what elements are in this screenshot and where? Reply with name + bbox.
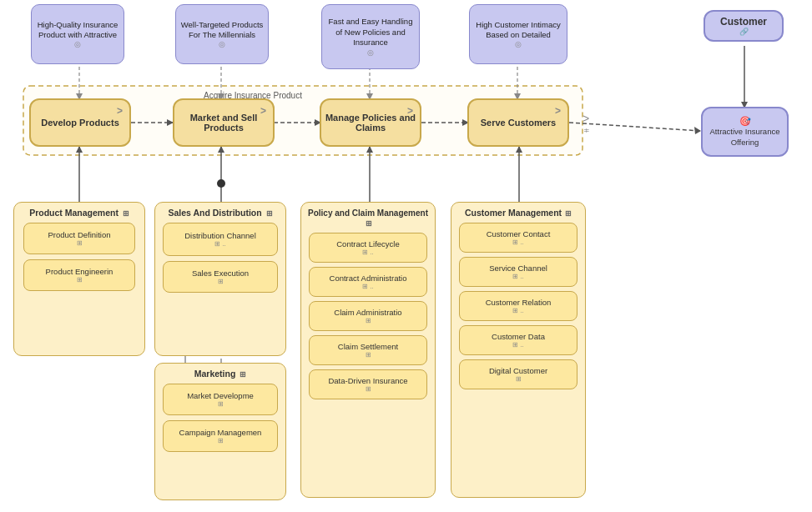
db-icon-item-10: ⊞ [366, 351, 371, 359]
svg-text:⧧: ⧧ [583, 126, 591, 135]
domain-customer-management-label: Customer Management ⊞ [456, 208, 580, 218]
item-market-development-label: Market Developme [187, 391, 254, 400]
db-icon-item-9: ⊞ [366, 317, 371, 324]
db-icon-5: ⊞ [565, 209, 572, 218]
db-icon-item-14: ⊞ .. [512, 307, 524, 314]
item-product-engineering-label: Product Engineerin [46, 267, 113, 276]
item-product-engineering[interactable]: Product Engineerin ⊞ [23, 259, 135, 291]
item-contract-lifecycle-label: Contract Lifecycle [336, 239, 400, 248]
cap-box-3: Fast and Easy Handling of New Policies a… [321, 4, 420, 69]
process-develop-label: Develop Products [41, 118, 119, 128]
customer-box: Customer 🔗 [704, 10, 784, 42]
item-digital-customer[interactable]: Digital Customer ⊞ [459, 359, 577, 389]
db-icon-item-11: ⊞ [366, 385, 371, 393]
db-icon-1: ⊞ [123, 209, 129, 218]
db-icon-2: ⊞ [266, 209, 273, 218]
process-develop[interactable]: Develop Products > [29, 98, 131, 147]
customer-label: Customer [720, 16, 767, 28]
db-icon-3: ⊞ [240, 370, 246, 379]
item-claim-settlement[interactable]: Claim Settlement ⊞ [309, 335, 427, 365]
domain-product-management-label: Product Management ⊞ [19, 208, 139, 218]
domain-sales-distribution: Sales And Distribution ⊞ Distribution Ch… [154, 202, 286, 356]
domain-marketing-label: Marketing ⊞ [160, 369, 280, 379]
db-icon-item-5: ⊞ [218, 400, 224, 408]
item-data-driven-label: Data-Driven Insurance [328, 376, 407, 385]
item-campaign-management[interactable]: Campaign Managemen ⊞ [163, 420, 278, 452]
cap-box-1-label: High-Quality Insurance Product with Attr… [35, 20, 120, 41]
cap-box-4-icon: ◎ [515, 40, 522, 48]
item-customer-data[interactable]: Customer Data ⊞ .. [459, 325, 577, 355]
domain-marketing: Marketing ⊞ Market Developme ⊞ Campaign … [154, 363, 286, 500]
domain-policy-claim: Policy and Claim Management ⊞ Contract L… [300, 202, 436, 498]
attractive-label: Attractive Insurance Offering [703, 127, 787, 148]
item-customer-contact-label: Customer Contact [487, 229, 551, 238]
svg-marker-19 [694, 127, 701, 134]
cap-box-2: Well-Targeted Products For The Millennia… [175, 4, 269, 64]
domain-customer-management: Customer Management ⊞ Customer Contact ⊞… [451, 202, 586, 498]
svg-marker-25 [218, 146, 224, 153]
diagram-container: Acquire Insurance Product > ⧧ [0, 0, 812, 512]
item-sales-execution[interactable]: Sales Execution ⊞ [163, 261, 278, 293]
item-customer-relation-label: Customer Relation [486, 298, 552, 307]
sigma-icon-1: > [117, 105, 123, 117]
item-distribution-channel[interactable]: Distribution Channel ⊞ .. [163, 223, 278, 256]
process-manage[interactable]: Manage Policies and Claims > [320, 98, 421, 147]
db-icon-4: ⊞ [366, 219, 372, 228]
process-manage-label: Manage Policies and Claims [325, 113, 416, 133]
domain-policy-claim-label: Policy and Claim Management ⊞ [306, 208, 430, 228]
db-icon-item-4: ⊞ [218, 278, 224, 285]
process-serve-label: Serve Customers [481, 118, 557, 128]
db-icon-item-2: ⊞ [77, 276, 83, 284]
cap-box-3-label: Fast and Easy Handling of New Policies a… [325, 17, 416, 48]
svg-marker-29 [366, 146, 373, 153]
cap-box-4: High Customer Intimacy Based on Detailed… [469, 4, 567, 64]
db-icon-item-3: ⊞ .. [214, 240, 226, 248]
item-market-development[interactable]: Market Developme ⊞ [163, 384, 278, 415]
item-data-driven-insurance[interactable]: Data-Driven Insurance ⊞ [309, 369, 427, 399]
sigma-icon-3: > [407, 105, 413, 117]
process-serve[interactable]: Serve Customers > [467, 98, 569, 147]
domain-product-management: Product Management ⊞ Product Definition … [13, 202, 145, 356]
item-claim-admin-label: Claim Administratio [334, 308, 401, 317]
item-service-channel-label: Service Channel [489, 264, 547, 273]
db-icon-item-15: ⊞ .. [512, 341, 524, 349]
item-digital-customer-label: Digital Customer [489, 366, 547, 375]
customer-link-icon: 🔗 [739, 28, 749, 36]
item-customer-data-label: Customer Data [492, 332, 545, 341]
svg-marker-31 [516, 146, 522, 153]
db-icon-item-12: ⊞ .. [512, 238, 524, 246]
db-icon-item-8: ⊞ .. [362, 283, 374, 290]
db-icon-item-1: ⊞ [77, 239, 83, 247]
svg-text:>: > [583, 112, 589, 125]
item-service-channel[interactable]: Service Channel ⊞ .. [459, 257, 577, 287]
item-campaign-management-label: Campaign Managemen [179, 428, 262, 437]
item-contract-lifecycle[interactable]: Contract Lifecycle ⊞ .. [309, 233, 427, 263]
cap-box-4-label: High Customer Intimacy Based on Detailed [473, 20, 563, 41]
item-distribution-channel-label: Distribution Channel [184, 231, 256, 240]
cap-box-1: High-Quality Insurance Product with Attr… [31, 4, 124, 64]
cap-box-2-icon: ◎ [219, 40, 225, 48]
cap-box-2-label: Well-Targeted Products For The Millennia… [179, 20, 265, 41]
item-contract-admin-label: Contract Administratio [330, 274, 407, 283]
svg-line-18 [569, 123, 701, 131]
item-customer-contact[interactable]: Customer Contact ⊞ .. [459, 223, 577, 253]
item-claim-admin[interactable]: Claim Administratio ⊞ [309, 301, 427, 331]
db-icon-item-7: ⊞ .. [362, 248, 374, 256]
cap-box-1-icon: ◎ [74, 40, 81, 48]
svg-marker-23 [76, 146, 83, 153]
domain-sales-distribution-label: Sales And Distribution ⊞ [160, 208, 280, 218]
attractive-box: 🎯 Attractive Insurance Offering [701, 107, 789, 157]
item-customer-relation[interactable]: Customer Relation ⊞ .. [459, 291, 577, 321]
item-sales-execution-label: Sales Execution [192, 269, 249, 278]
sigma-icon-2: > [260, 105, 266, 117]
process-market-label: Market and Sell Products [178, 113, 270, 133]
attractive-icon: 🎯 [739, 116, 751, 127]
db-icon-item-13: ⊞ .. [512, 273, 524, 280]
sigma-icon-4: > [555, 105, 561, 117]
item-contract-admin[interactable]: Contract Administratio ⊞ .. [309, 267, 427, 297]
svg-point-26 [217, 179, 225, 188]
item-product-definition[interactable]: Product Definition ⊞ [23, 223, 135, 254]
process-market[interactable]: Market and Sell Products > [173, 98, 275, 147]
db-icon-item-16: ⊞ [516, 375, 522, 383]
item-product-definition-label: Product Definition [48, 230, 111, 239]
